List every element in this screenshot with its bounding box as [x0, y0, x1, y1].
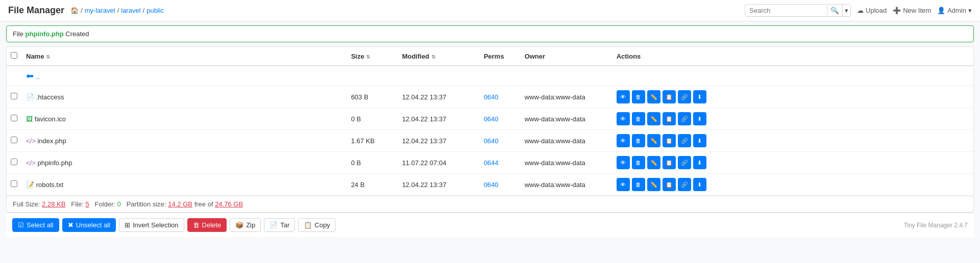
download-action-button[interactable]: ⬇	[693, 134, 706, 147]
unselect-all-button[interactable]: ✖ Unselect all	[62, 218, 116, 232]
file-name-link[interactable]: robots.txt	[36, 181, 63, 189]
table-row: ⬅ ..	[7, 66, 973, 86]
delete-action-button[interactable]: 🗑	[632, 90, 645, 103]
perms-link[interactable]: 0640	[484, 115, 499, 123]
header-name: Name ⇅	[22, 47, 347, 66]
edit-action-button[interactable]: ✏️	[647, 112, 660, 125]
delete-button[interactable]: 🗑 Delete	[187, 218, 227, 232]
invert-selection-button[interactable]: ⊞ Invert Selection	[119, 218, 184, 232]
view-action-button[interactable]: 👁	[617, 134, 630, 147]
row-perms-cell: 0640	[480, 130, 521, 152]
perms-link[interactable]: 0640	[484, 181, 499, 189]
delete-action-button[interactable]: 🗑	[632, 156, 645, 169]
footer-info: Full Size: 2.28 KB File: 5 Folder: 0 Par…	[7, 196, 973, 212]
breadcrumb: 🏠 / my-laravel / laravel / public	[70, 7, 164, 14]
admin-chevron-icon: ▾	[968, 7, 972, 14]
edit-action-button[interactable]: ✏️	[647, 90, 660, 103]
copy-action-button[interactable]: 📋	[663, 178, 676, 191]
action-btns: 👁🗑✏️📋🔗⬇	[617, 178, 969, 191]
copy-action-button[interactable]: 📋	[663, 112, 676, 125]
breadcrumb-mylaravel-link[interactable]: my-laravel	[85, 7, 115, 14]
zip-icon: 📦	[235, 221, 243, 229]
header-modified: Modified ⇅	[398, 47, 480, 66]
header-perms: Perms	[480, 47, 521, 66]
perms-link[interactable]: 0644	[484, 159, 499, 167]
row-owner-cell: www-data:www-data	[521, 152, 612, 174]
alert-success: File phpinfo.php Created	[6, 25, 974, 42]
back-icon: ⬅	[26, 71, 34, 81]
header-size: Size ⇅	[347, 47, 398, 66]
admin-button[interactable]: 👤 Admin ▾	[937, 7, 972, 14]
edit-action-button[interactable]: ✏️	[647, 156, 660, 169]
copy-action-button[interactable]: 📋	[663, 90, 676, 103]
row-checkbox[interactable]	[11, 93, 17, 99]
row-checkbox[interactable]	[11, 180, 17, 187]
perms-link[interactable]: 0640	[484, 137, 499, 145]
edit-action-button[interactable]: ✏️	[647, 134, 660, 147]
row-name-cell: 📝 robots.txt	[22, 174, 347, 196]
breadcrumb-home-link[interactable]: 🏠	[70, 7, 79, 14]
view-action-button[interactable]: 👁	[617, 156, 630, 169]
file-name-link[interactable]: phpinfo.php	[37, 159, 72, 167]
row-modified-cell: 12.04.22 13:37	[398, 108, 480, 130]
user-icon: 👤	[937, 7, 945, 14]
select-all-checkbox[interactable]	[11, 52, 17, 59]
link-action-button[interactable]: 🔗	[678, 178, 691, 191]
delete-action-button[interactable]: 🗑	[632, 112, 645, 125]
action-btns: 👁🗑✏️📋🔗⬇	[617, 156, 969, 169]
search-group: 🔍 ▾	[745, 4, 851, 17]
file-name-link[interactable]: index.php	[37, 137, 66, 145]
row-owner-cell: www-data:www-data	[521, 130, 612, 152]
row-checkbox-cell	[7, 86, 22, 108]
back-link[interactable]: ⬅ ..	[26, 72, 40, 81]
download-action-button[interactable]: ⬇	[693, 90, 706, 103]
invert-icon: ⊞	[125, 221, 130, 229]
search-input[interactable]	[745, 5, 827, 16]
row-perms-cell: 0640	[480, 86, 521, 108]
delete-action-button[interactable]: 🗑	[632, 134, 645, 147]
download-action-button[interactable]: ⬇	[693, 112, 706, 125]
alert-filename: phpinfo.php	[26, 30, 64, 38]
search-button[interactable]: 🔍	[827, 5, 842, 16]
edit-action-button[interactable]: ✏️	[647, 178, 660, 191]
row-checkbox[interactable]	[11, 115, 17, 121]
row-actions-cell: 👁🗑✏️📋🔗⬇	[612, 108, 973, 130]
row-checkbox[interactable]	[11, 137, 17, 143]
row-actions-cell: 👁🗑✏️📋🔗⬇	[612, 130, 973, 152]
breadcrumb-laravel-link[interactable]: laravel	[121, 7, 140, 14]
copy-action-button[interactable]: 📋	[663, 156, 676, 169]
name-sort-icon[interactable]: ⇅	[46, 54, 50, 60]
file-name-link[interactable]: favicon.ico	[35, 115, 66, 123]
copy-action-button[interactable]: 📋	[663, 134, 676, 147]
size-sort-icon[interactable]: ⇅	[366, 54, 370, 60]
file-name-link[interactable]: .htaccess	[36, 93, 64, 101]
tar-button[interactable]: 📄 Tar	[264, 218, 295, 232]
row-perms-cell: 0640	[480, 108, 521, 130]
row-modified-cell: 12.04.22 13:37	[398, 86, 480, 108]
view-action-button[interactable]: 👁	[617, 90, 630, 103]
delete-icon: 🗑	[193, 221, 200, 229]
download-action-button[interactable]: ⬇	[693, 178, 706, 191]
view-action-button[interactable]: 👁	[617, 112, 630, 125]
link-action-button[interactable]: 🔗	[678, 134, 691, 147]
file-php-icon: </>	[26, 159, 36, 167]
delete-action-button[interactable]: 🗑	[632, 178, 645, 191]
download-action-button[interactable]: ⬇	[693, 156, 706, 169]
perms-link[interactable]: 0640	[484, 93, 499, 101]
link-action-button[interactable]: 🔗	[678, 90, 691, 103]
modified-sort-icon[interactable]: ⇅	[431, 54, 435, 60]
view-action-button[interactable]: 👁	[617, 178, 630, 191]
link-action-button[interactable]: 🔗	[678, 156, 691, 169]
zip-button[interactable]: 📦 Zip	[230, 218, 261, 232]
search-dropdown-button[interactable]: ▾	[842, 5, 850, 16]
copy-button[interactable]: 📋 Copy	[298, 218, 335, 232]
breadcrumb-public-link[interactable]: public	[146, 7, 164, 14]
new-item-button[interactable]: ➕ New Item	[893, 7, 931, 14]
table-row: 📝 robots.txt 24 B 12.04.22 13:37 0640 ww…	[7, 174, 973, 196]
row-checkbox[interactable]	[11, 159, 17, 165]
header-owner: Owner	[521, 47, 612, 66]
upload-button[interactable]: ☁ Upload	[857, 7, 887, 14]
row-name-cell: 📄 .htaccess	[22, 86, 347, 108]
select-all-button[interactable]: ☑ Select all	[12, 218, 59, 232]
link-action-button[interactable]: 🔗	[678, 112, 691, 125]
